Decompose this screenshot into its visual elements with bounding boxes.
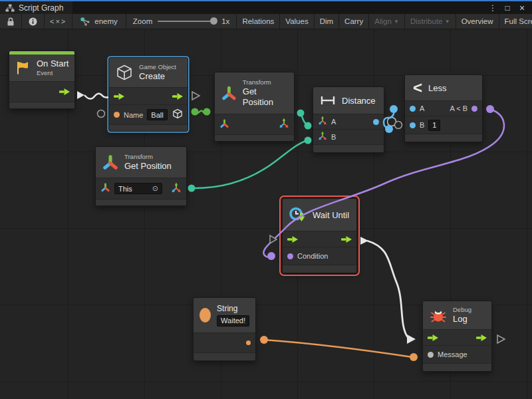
node-footer	[215, 134, 294, 141]
flag-icon	[15, 60, 31, 76]
align-button: Align ▼	[369, 14, 405, 29]
node-footer	[9, 102, 74, 108]
node-get-position-b[interactable]: Transform Get Position This ⊙	[95, 146, 187, 206]
message-port-label: Message	[438, 350, 467, 358]
distribute-button: Distribute ▼	[405, 14, 456, 29]
lock-button[interactable]	[0, 14, 22, 29]
node-footer	[194, 352, 255, 360]
code-view-button[interactable]: <×>	[45, 14, 72, 29]
zoom-slider[interactable]	[158, 21, 216, 22]
info-icon	[29, 17, 37, 26]
info-button[interactable]	[22, 14, 45, 29]
window-menu-icon[interactable]: ⋮	[487, 3, 499, 13]
node-title: Get Position	[243, 86, 287, 108]
flow-in-port[interactable]	[287, 233, 298, 245]
node-title: String	[217, 304, 249, 314]
node-create-game-object[interactable]: Game Object Create Name Ball	[108, 57, 188, 132]
message-input-port[interactable]	[428, 352, 434, 358]
distribute-dropdown-icon: ▼	[445, 19, 450, 25]
node-footer	[109, 124, 188, 131]
values-button[interactable]: Values	[280, 14, 314, 29]
fullscreen-button[interactable]: Full Screen	[499, 14, 532, 29]
carry-button[interactable]: Carry	[339, 14, 369, 29]
tab-script-graph[interactable]: Script Graph	[0, 1, 72, 14]
node-title: On Start	[37, 59, 68, 69]
zoom-slider-handle[interactable]	[210, 17, 217, 25]
graph-name: enemy	[94, 17, 118, 25]
close-icon[interactable]: ×	[516, 3, 528, 13]
node-type-label: Debug	[453, 306, 471, 314]
node-title: Get Position	[124, 161, 172, 172]
string-icon	[200, 308, 211, 323]
transform-icon	[102, 154, 118, 170]
code-icon: <×>	[50, 17, 66, 25]
name-value-field[interactable]: Ball	[147, 109, 167, 120]
wait-clock-icon	[289, 206, 307, 223]
zoom-control: Zoom 1x	[126, 14, 237, 29]
cube-icon	[116, 64, 133, 81]
node-type-label: Transform	[124, 153, 172, 161]
vector3-b-input-port[interactable]	[318, 131, 327, 143]
vector3-output-port[interactable]	[279, 118, 289, 131]
node-debug-log[interactable]: Debug Log Message	[422, 301, 492, 372]
b-input-port[interactable]	[410, 122, 416, 128]
node-footer	[423, 363, 491, 371]
node-string[interactable]: String Waited!	[193, 297, 256, 361]
b-port-label: B	[331, 133, 336, 141]
flow-out-port[interactable]	[476, 332, 487, 344]
node-get-position-a[interactable]: Transform Get Position	[214, 72, 295, 142]
unity-script-graph-window: Script Graph ⋮ □ × <×>	[0, 0, 532, 399]
maximize-icon[interactable]: □	[501, 3, 513, 13]
string-value-field[interactable]: Waited!	[217, 315, 249, 327]
flow-out-port[interactable]	[341, 233, 352, 245]
condition-input-port[interactable]	[287, 253, 293, 259]
graph-name-wrap[interactable]: enemy	[72, 14, 126, 29]
vector3-icon	[279, 118, 289, 128]
condition-port-label: Condition	[297, 252, 328, 260]
target-value-field[interactable]: This ⊙	[114, 183, 162, 194]
vector3-output-port[interactable]	[171, 182, 182, 196]
node-title: Less	[428, 83, 446, 93]
object-picker-icon[interactable]: ⊙	[152, 184, 158, 193]
lock-icon	[7, 17, 15, 26]
align-dropdown-icon: ▼	[394, 19, 399, 25]
node-distance[interactable]: Distance A	[313, 86, 384, 153]
transform-input-port[interactable]	[100, 182, 110, 195]
string-output-port[interactable]	[246, 340, 251, 345]
bug-icon	[430, 307, 447, 324]
a-input-port[interactable]	[410, 106, 416, 112]
graph-icon	[5, 4, 15, 12]
node-on-start-event[interactable]: On Start Event	[9, 51, 75, 109]
name-port-label: Name	[124, 111, 143, 119]
overview-button[interactable]: Overview	[456, 14, 499, 29]
less-icon: <	[413, 80, 422, 96]
graph-toolbar: <×> enemy Zoom 1x Relations Values Dim C…	[0, 14, 532, 29]
transform-icon	[221, 85, 237, 101]
node-subtitle: Event	[37, 69, 68, 77]
game-object-output-port[interactable]	[172, 108, 183, 122]
transform-input-port[interactable]	[219, 118, 229, 131]
flow-in-port[interactable]	[114, 90, 124, 102]
flow-out-port[interactable]	[59, 86, 70, 98]
zoom-value: 1x	[221, 17, 229, 25]
node-wait-until[interactable]: Wait Until Condition	[282, 198, 357, 273]
result-output-port[interactable]	[471, 106, 477, 112]
a-port-label: A	[331, 118, 336, 126]
node-footer	[283, 265, 356, 273]
zoom-label: Zoom	[133, 17, 152, 25]
node-title: Create	[139, 71, 176, 82]
flow-in-port[interactable]	[428, 332, 438, 344]
graph-asset-icon	[80, 17, 90, 26]
dim-button[interactable]: Dim	[315, 14, 339, 29]
relations-button[interactable]: Relations	[237, 14, 280, 29]
name-input-port[interactable]	[114, 112, 120, 118]
flow-out-port[interactable]	[172, 90, 183, 102]
window-controls: ⋮ □ ×	[487, 3, 532, 13]
distance-icon	[320, 95, 336, 106]
b-value-field[interactable]: 1	[428, 120, 440, 131]
b-port-label: B	[420, 121, 424, 129]
node-less[interactable]: < Less A A < B B 1	[404, 74, 483, 142]
result-port-label: A < B	[450, 104, 467, 112]
vector3-a-input-port[interactable]	[318, 116, 327, 128]
result-output-port[interactable]	[373, 119, 379, 125]
